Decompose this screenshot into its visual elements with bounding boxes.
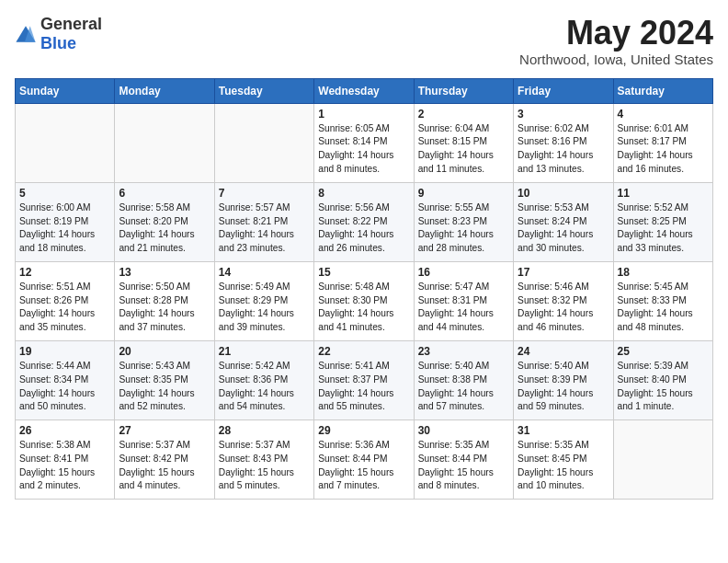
day-info: Sunrise: 6:01 AM Sunset: 8:17 PM Dayligh… <box>618 122 709 177</box>
week-row: 5Sunrise: 6:00 AM Sunset: 8:19 PM Daylig… <box>16 182 713 261</box>
col-header-wednesday: Wednesday <box>314 78 414 103</box>
col-header-saturday: Saturday <box>613 78 712 103</box>
header-row: SundayMondayTuesdayWednesdayThursdayFrid… <box>16 78 713 103</box>
week-row: 1Sunrise: 6:05 AM Sunset: 8:14 PM Daylig… <box>16 103 713 182</box>
day-number: 5 <box>19 187 110 200</box>
title-block: May 2024 Northwood, Iowa, United States <box>519 15 713 67</box>
week-row: 19Sunrise: 5:44 AM Sunset: 8:34 PM Dayli… <box>16 340 713 419</box>
col-header-tuesday: Tuesday <box>214 78 313 103</box>
page-header: General Blue May 2024 Northwood, Iowa, U… <box>15 15 713 67</box>
day-info: Sunrise: 5:38 AM Sunset: 8:41 PM Dayligh… <box>19 439 110 493</box>
calendar-cell: 11Sunrise: 5:52 AM Sunset: 8:25 PM Dayli… <box>613 182 712 261</box>
col-header-thursday: Thursday <box>414 78 513 103</box>
col-header-monday: Monday <box>115 78 214 103</box>
day-info: Sunrise: 5:43 AM Sunset: 8:35 PM Dayligh… <box>119 360 210 414</box>
day-info: Sunrise: 5:53 AM Sunset: 8:24 PM Dayligh… <box>518 201 609 256</box>
day-info: Sunrise: 5:56 AM Sunset: 8:22 PM Dayligh… <box>318 201 409 256</box>
day-info: Sunrise: 5:57 AM Sunset: 8:21 PM Dayligh… <box>219 201 310 256</box>
day-info: Sunrise: 5:39 AM Sunset: 8:40 PM Dayligh… <box>618 360 709 414</box>
calendar-cell: 20Sunrise: 5:43 AM Sunset: 8:35 PM Dayli… <box>115 340 214 419</box>
day-number: 9 <box>418 187 509 200</box>
day-number: 18 <box>618 266 709 279</box>
calendar-table: SundayMondayTuesdayWednesdayThursdayFrid… <box>15 78 713 500</box>
calendar-cell: 27Sunrise: 5:37 AM Sunset: 8:42 PM Dayli… <box>115 420 214 500</box>
col-header-sunday: Sunday <box>16 78 115 103</box>
day-number: 12 <box>19 266 110 279</box>
day-number: 20 <box>119 345 210 358</box>
calendar-cell: 17Sunrise: 5:46 AM Sunset: 8:32 PM Dayli… <box>514 261 613 340</box>
calendar-cell <box>16 103 115 182</box>
day-info: Sunrise: 6:04 AM Sunset: 8:15 PM Dayligh… <box>418 122 509 177</box>
day-info: Sunrise: 5:35 AM Sunset: 8:45 PM Dayligh… <box>518 439 609 493</box>
calendar-cell: 13Sunrise: 5:50 AM Sunset: 8:28 PM Dayli… <box>115 261 214 340</box>
day-info: Sunrise: 5:41 AM Sunset: 8:37 PM Dayligh… <box>318 360 409 414</box>
calendar-cell: 28Sunrise: 5:37 AM Sunset: 8:43 PM Dayli… <box>214 420 313 500</box>
day-number: 23 <box>418 345 509 358</box>
day-number: 1 <box>318 108 409 121</box>
logo-general: General <box>40 15 102 33</box>
day-number: 17 <box>518 266 609 279</box>
col-header-friday: Friday <box>514 78 613 103</box>
week-row: 12Sunrise: 5:51 AM Sunset: 8:26 PM Dayli… <box>16 261 713 340</box>
calendar-cell: 26Sunrise: 5:38 AM Sunset: 8:41 PM Dayli… <box>16 420 115 500</box>
logo-icon <box>15 25 37 43</box>
day-info: Sunrise: 5:36 AM Sunset: 8:44 PM Dayligh… <box>318 439 409 493</box>
day-info: Sunrise: 5:44 AM Sunset: 8:34 PM Dayligh… <box>19 360 110 414</box>
day-info: Sunrise: 5:49 AM Sunset: 8:29 PM Dayligh… <box>219 281 310 335</box>
day-number: 28 <box>219 424 310 437</box>
day-info: Sunrise: 6:05 AM Sunset: 8:14 PM Dayligh… <box>318 122 409 177</box>
day-info: Sunrise: 5:50 AM Sunset: 8:28 PM Dayligh… <box>119 281 210 335</box>
day-number: 11 <box>618 187 709 200</box>
day-info: Sunrise: 5:37 AM Sunset: 8:43 PM Dayligh… <box>219 439 310 493</box>
day-info: Sunrise: 5:42 AM Sunset: 8:36 PM Dayligh… <box>219 360 310 414</box>
location-title: Northwood, Iowa, United States <box>519 52 713 67</box>
calendar-cell: 7Sunrise: 5:57 AM Sunset: 8:21 PM Daylig… <box>214 182 313 261</box>
calendar-cell: 14Sunrise: 5:49 AM Sunset: 8:29 PM Dayli… <box>214 261 313 340</box>
day-number: 21 <box>219 345 310 358</box>
day-number: 3 <box>518 108 609 121</box>
calendar-cell: 12Sunrise: 5:51 AM Sunset: 8:26 PM Dayli… <box>16 261 115 340</box>
day-info: Sunrise: 5:52 AM Sunset: 8:25 PM Dayligh… <box>618 201 709 256</box>
day-number: 16 <box>418 266 509 279</box>
calendar-cell: 29Sunrise: 5:36 AM Sunset: 8:44 PM Dayli… <box>314 420 414 500</box>
calendar-cell: 5Sunrise: 6:00 AM Sunset: 8:19 PM Daylig… <box>16 182 115 261</box>
day-info: Sunrise: 5:55 AM Sunset: 8:23 PM Dayligh… <box>418 201 509 256</box>
calendar-cell: 16Sunrise: 5:47 AM Sunset: 8:31 PM Dayli… <box>414 261 513 340</box>
day-number: 14 <box>219 266 310 279</box>
calendar-cell: 6Sunrise: 5:58 AM Sunset: 8:20 PM Daylig… <box>115 182 214 261</box>
day-info: Sunrise: 5:37 AM Sunset: 8:42 PM Dayligh… <box>119 439 210 493</box>
calendar-cell: 24Sunrise: 5:40 AM Sunset: 8:39 PM Dayli… <box>514 340 613 419</box>
calendar-cell: 23Sunrise: 5:40 AM Sunset: 8:38 PM Dayli… <box>414 340 513 419</box>
day-number: 19 <box>19 345 110 358</box>
day-info: Sunrise: 5:40 AM Sunset: 8:38 PM Dayligh… <box>418 360 509 414</box>
calendar-cell: 3Sunrise: 6:02 AM Sunset: 8:16 PM Daylig… <box>514 103 613 182</box>
day-info: Sunrise: 5:47 AM Sunset: 8:31 PM Dayligh… <box>418 281 509 335</box>
day-number: 27 <box>119 424 210 437</box>
day-info: Sunrise: 5:45 AM Sunset: 8:33 PM Dayligh… <box>618 281 709 335</box>
day-number: 30 <box>418 424 509 437</box>
calendar-cell: 21Sunrise: 5:42 AM Sunset: 8:36 PM Dayli… <box>214 340 313 419</box>
day-number: 8 <box>318 187 409 200</box>
logo-blue: Blue <box>40 34 76 52</box>
calendar-cell: 10Sunrise: 5:53 AM Sunset: 8:24 PM Dayli… <box>514 182 613 261</box>
logo: General Blue <box>15 15 102 53</box>
calendar-cell <box>613 420 712 500</box>
calendar-cell: 2Sunrise: 6:04 AM Sunset: 8:15 PM Daylig… <box>414 103 513 182</box>
day-number: 22 <box>318 345 409 358</box>
calendar-cell: 8Sunrise: 5:56 AM Sunset: 8:22 PM Daylig… <box>314 182 414 261</box>
calendar-cell: 22Sunrise: 5:41 AM Sunset: 8:37 PM Dayli… <box>314 340 414 419</box>
day-number: 2 <box>418 108 509 121</box>
day-number: 31 <box>518 424 609 437</box>
calendar-cell: 25Sunrise: 5:39 AM Sunset: 8:40 PM Dayli… <box>613 340 712 419</box>
calendar-cell <box>115 103 214 182</box>
day-info: Sunrise: 6:00 AM Sunset: 8:19 PM Dayligh… <box>19 201 110 256</box>
day-number: 13 <box>119 266 210 279</box>
day-number: 4 <box>618 108 709 121</box>
week-row: 26Sunrise: 5:38 AM Sunset: 8:41 PM Dayli… <box>16 420 713 500</box>
day-info: Sunrise: 5:46 AM Sunset: 8:32 PM Dayligh… <box>518 281 609 335</box>
day-number: 26 <box>19 424 110 437</box>
day-info: Sunrise: 5:40 AM Sunset: 8:39 PM Dayligh… <box>518 360 609 414</box>
day-number: 6 <box>119 187 210 200</box>
day-info: Sunrise: 6:02 AM Sunset: 8:16 PM Dayligh… <box>518 122 609 177</box>
calendar-cell <box>214 103 313 182</box>
